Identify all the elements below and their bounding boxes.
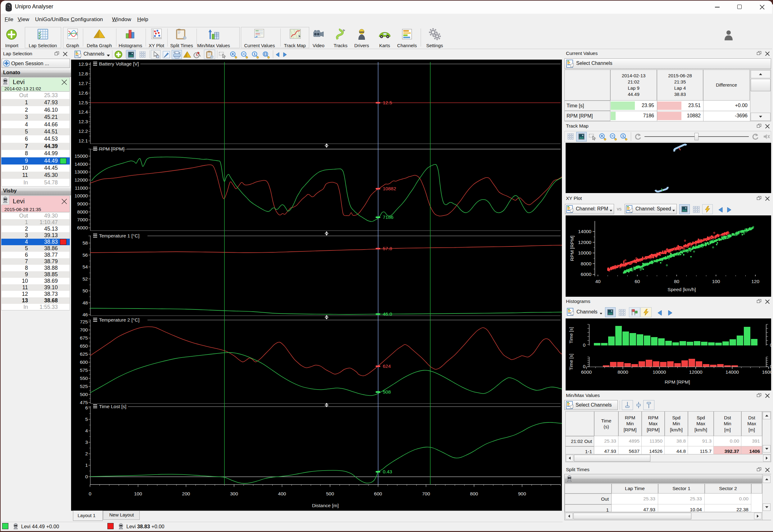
svg-text:0: 0 [89, 491, 92, 496]
svg-text:12.5: 12.5 [383, 100, 392, 105]
svg-text:120: 120 [751, 279, 759, 284]
svg-text:58: 58 [83, 240, 88, 246]
svg-text:6000: 6000 [581, 369, 592, 375]
svg-text:10882: 10882 [383, 186, 396, 191]
svg-text:10000: 10000 [653, 369, 666, 375]
svg-text:1: 1 [622, 134, 624, 138]
svg-text:625: 625 [80, 351, 88, 357]
svg-text:300: 300 [230, 491, 238, 496]
svg-text:8000: 8000 [581, 261, 592, 266]
svg-text:12.2: 12.2 [79, 128, 88, 134]
svg-text:RPM [RPM]: RPM [RPM] [569, 236, 575, 261]
svg-text:525: 525 [80, 384, 88, 389]
svg-text:12000: 12000 [689, 369, 703, 375]
svg-text:6000: 6000 [77, 225, 88, 230]
svg-text:1: 1 [85, 462, 88, 468]
svg-text:10000: 10000 [578, 250, 591, 255]
svg-text:200: 200 [182, 491, 190, 496]
svg-text:0: 0 [770, 342, 771, 348]
svg-text:800: 800 [470, 491, 478, 496]
svg-text:600: 600 [80, 359, 88, 365]
svg-text:624: 624 [383, 363, 391, 369]
svg-text:475: 475 [80, 400, 88, 405]
svg-text:9000: 9000 [77, 201, 88, 206]
svg-text:RPM [RPM]: RPM [RPM] [665, 379, 690, 385]
svg-text:10000: 10000 [75, 193, 88, 198]
svg-text:7186: 7186 [383, 214, 393, 220]
svg-text:Time Lost [s]: Time Lost [s] [99, 404, 126, 409]
svg-text:54: 54 [83, 264, 88, 269]
svg-text:725: 725 [80, 319, 88, 324]
svg-text:5: 5 [85, 417, 88, 422]
svg-text:14000: 14000 [75, 161, 88, 167]
svg-text:0: 0 [583, 364, 585, 369]
svg-text:50: 50 [83, 288, 88, 293]
svg-text:3: 3 [85, 440, 88, 445]
svg-text:12.8: 12.8 [79, 71, 88, 76]
svg-text:80: 80 [674, 279, 680, 284]
svg-text:700: 700 [422, 491, 430, 496]
svg-text:6000: 6000 [581, 272, 592, 277]
svg-text:46: 46 [83, 312, 88, 317]
svg-text:Battery Voltage [V]: Battery Voltage [V] [99, 61, 139, 66]
svg-text:8000: 8000 [77, 209, 88, 214]
svg-text:40: 40 [595, 279, 601, 284]
svg-text:11000: 11000 [75, 185, 88, 191]
svg-text:500: 500 [326, 491, 334, 496]
svg-text:48: 48 [83, 300, 88, 305]
svg-text:52: 52 [83, 276, 88, 282]
svg-text:14000: 14000 [726, 369, 739, 375]
svg-text:7000: 7000 [77, 217, 88, 222]
svg-text:46.0: 46.0 [383, 311, 392, 317]
svg-text:0: 0 [583, 342, 585, 348]
svg-text:12.1: 12.1 [79, 138, 88, 143]
svg-text:12.7: 12.7 [79, 81, 88, 86]
svg-text:16000: 16000 [762, 369, 771, 375]
svg-text:675: 675 [80, 335, 88, 340]
svg-text:575: 575 [80, 367, 88, 373]
svg-text:6: 6 [85, 405, 88, 410]
svg-text:13000: 13000 [75, 169, 88, 174]
svg-text:14000: 14000 [578, 229, 591, 234]
svg-text:550: 550 [80, 376, 88, 381]
svg-text:700: 700 [80, 327, 88, 332]
svg-text:0.43: 0.43 [383, 469, 392, 474]
svg-text:Time [s]: Time [s] [568, 327, 574, 344]
svg-text:12.3: 12.3 [79, 119, 88, 124]
svg-text:650: 650 [80, 343, 88, 349]
svg-text:4: 4 [85, 428, 88, 433]
svg-text:508: 508 [383, 389, 391, 394]
svg-text:Temperature 2 [°C]: Temperature 2 [°C] [99, 317, 139, 322]
svg-text:12.4: 12.4 [79, 109, 88, 115]
svg-text:0: 0 [770, 364, 771, 369]
svg-text:12.5: 12.5 [79, 100, 88, 105]
svg-text:57.8: 57.8 [383, 246, 392, 251]
svg-text:400: 400 [278, 491, 286, 496]
svg-text:600: 600 [374, 491, 382, 496]
svg-text:12.6: 12.6 [79, 90, 88, 96]
svg-text:Time [s]: Time [s] [568, 354, 574, 370]
svg-text:12000: 12000 [75, 177, 88, 183]
svg-text:100: 100 [134, 491, 142, 496]
svg-text:56: 56 [83, 252, 88, 258]
svg-text:100: 100 [712, 279, 720, 284]
svg-text:12.9: 12.9 [79, 61, 88, 67]
svg-text:900: 900 [518, 491, 526, 496]
svg-text:Distance [m]: Distance [m] [312, 503, 339, 508]
svg-text:Temperature 1 [°C]: Temperature 1 [°C] [99, 233, 139, 238]
svg-text:12000: 12000 [578, 240, 591, 245]
svg-text:60: 60 [635, 279, 640, 284]
svg-text:Speed [km/h]: Speed [km/h] [667, 287, 696, 292]
svg-text:15000: 15000 [75, 153, 88, 159]
svg-text:1: 1 [254, 52, 255, 56]
svg-text:RPM [RPM]: RPM [RPM] [99, 146, 124, 151]
svg-text:8000: 8000 [617, 369, 628, 375]
svg-text:0: 0 [85, 474, 88, 479]
svg-text:2: 2 [85, 451, 88, 456]
svg-text:500: 500 [80, 392, 88, 397]
